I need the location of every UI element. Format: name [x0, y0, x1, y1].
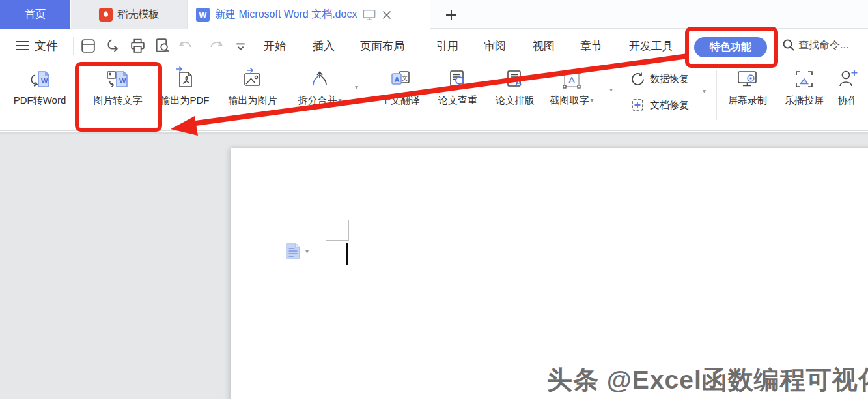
svg-text:W: W	[119, 77, 126, 85]
find-command-placeholder: 查找命令...	[798, 38, 848, 52]
pdf-to-word-icon: W	[27, 66, 53, 93]
search-icon	[781, 38, 796, 52]
tab-document[interactable]: W 新建 Microsoft Word 文档.docx	[187, 0, 430, 29]
dropdown-icon: ▾	[305, 248, 309, 255]
svg-text:A: A	[515, 77, 522, 87]
ribbon-screenshot-ocr[interactable]: A 截图取字▾	[542, 66, 602, 126]
ribbon-doc-repair[interactable]: 文档修复	[630, 98, 689, 113]
ribbon-data-recovery[interactable]: 数据恢复	[630, 72, 689, 87]
ribbon-label: 拆分合并	[298, 95, 337, 107]
ribbon-paper-check[interactable]: 论文查重	[428, 66, 487, 126]
ribbon-paper-format[interactable]: A 论文排版	[486, 66, 544, 126]
ribbon-split-merge[interactable]: 拆分合并▾	[289, 66, 350, 126]
tab-home-label: 首页	[25, 8, 46, 22]
split-merge-icon	[307, 66, 333, 93]
file-menu-button[interactable]: 文件	[16, 38, 58, 53]
screenshot-ocr-icon: A	[559, 66, 585, 93]
paste-options-button[interactable]: ▾	[284, 241, 309, 261]
ribbon-export-image[interactable]: 输出为图片	[218, 66, 287, 126]
ribbon-separator	[716, 70, 717, 120]
menu-tab-featured-functions[interactable]: 特色功能	[694, 37, 767, 57]
ribbon-export-pdf[interactable]: 输出为PDF	[150, 66, 219, 126]
paper-check-icon	[445, 66, 471, 93]
print-icon[interactable]	[129, 37, 147, 55]
svg-text:W: W	[41, 77, 48, 85]
featured-functions-label: 特色功能	[710, 40, 751, 54]
collaborate-icon	[835, 66, 861, 93]
tab-document-title: 新建 Microsoft Word 文档.docx	[215, 8, 357, 22]
ribbon-pdf-to-word[interactable]: W PDF转Word	[5, 66, 74, 126]
export-icon[interactable]	[104, 37, 122, 55]
menu-tab-page-layout[interactable]: 页面布局	[360, 38, 404, 53]
tab-docer-templates[interactable]: 稻壳模板	[71, 0, 187, 29]
workspace-top-band	[0, 132, 868, 134]
ribbon-toolbar: W PDF转Word W 图片转文字 输出为PDF	[0, 63, 868, 131]
docer-flame-icon	[99, 8, 113, 22]
group-dropdown-icon[interactable]: ▾	[609, 86, 613, 93]
group-dropdown-icon[interactable]: ▾	[355, 83, 358, 91]
dropdown-icon: ▾	[338, 96, 341, 104]
svg-text:A: A	[568, 74, 575, 85]
doc-repair-icon	[630, 98, 645, 113]
ribbon-label: 乐播投屏	[785, 95, 824, 107]
margin-corner-mark	[326, 240, 349, 241]
find-command-search[interactable]: 查找命令...	[781, 38, 848, 52]
customize-toolbar-icon[interactable]	[232, 37, 249, 55]
ribbon-label: 论文排版	[496, 95, 535, 107]
window-tab-bar: 首页 稻壳模板 W 新建 Microsoft Word 文档.docx	[0, 0, 868, 29]
menu-tab-dev-tools[interactable]: 开发工具	[629, 38, 673, 53]
group-dropdown-icon[interactable]: ▾	[703, 87, 706, 95]
paper-format-icon: A	[502, 66, 528, 93]
ribbon-label: 输出为图片	[229, 95, 277, 107]
ribbon-image-to-text[interactable]: W 图片转文字	[83, 66, 152, 126]
image-to-text-icon: W	[105, 66, 131, 93]
ribbon-label: 屏幕录制	[728, 95, 767, 107]
margin-corner-mark	[348, 220, 349, 241]
menu-tab-insert[interactable]: 插入	[313, 38, 335, 53]
ribbon-separator	[624, 70, 624, 120]
print-preview-icon[interactable]	[154, 37, 171, 55]
ribbon-collaborate[interactable]: 协作	[828, 66, 867, 126]
watermark-text: 头条 @Excel函数编程可视化	[547, 362, 863, 398]
menu-tab-references[interactable]: 引用	[436, 38, 458, 53]
ribbon-separator	[369, 70, 369, 120]
menu-tab-section[interactable]: 章节	[580, 38, 602, 53]
menu-tab-view[interactable]: 视图	[533, 38, 555, 53]
new-tab-button[interactable]	[443, 7, 460, 23]
undo-icon[interactable]	[177, 37, 195, 55]
hamburger-icon	[16, 40, 29, 51]
ribbon-label: PDF转Word	[14, 95, 66, 107]
menu-bar: 文件 ▾ 开始 插入 页面布局 引用 审阅 视图 章节 开发工具 特色功能 查找…	[0, 29, 868, 63]
tab-docer-label: 稻壳模板	[118, 8, 160, 22]
dropdown-icon: ▾	[590, 96, 593, 104]
redo-icon[interactable]	[207, 37, 225, 55]
menu-tab-review[interactable]: 审阅	[484, 38, 506, 53]
svg-text:文: 文	[402, 75, 408, 81]
ribbon-full-translate[interactable]: 文 A 全文翻译	[371, 66, 430, 126]
tab-home[interactable]: 首页	[0, 0, 70, 29]
ribbon-label: 图片转文字	[94, 95, 143, 107]
paste-options-icon	[284, 241, 302, 261]
divider	[73, 37, 74, 55]
ribbon-screen-record[interactable]: 屏幕录制	[718, 66, 777, 126]
menu-tab-home[interactable]: 开始	[264, 38, 286, 53]
cast-screen-icon	[791, 66, 817, 93]
text-cursor-caret	[346, 243, 348, 265]
close-tab-icon[interactable]	[382, 10, 392, 20]
document-page[interactable]	[231, 148, 868, 399]
ribbon-label: 数据恢复	[650, 73, 689, 85]
data-recovery-icon	[630, 72, 645, 87]
document-workspace	[0, 132, 868, 399]
ribbon-label: 输出为PDF	[161, 95, 210, 107]
ribbon-cast-screen[interactable]: 乐播投屏	[775, 66, 833, 126]
ribbon-label: 论文查重	[438, 95, 477, 107]
screen-record-icon	[735, 66, 761, 93]
export-pdf-icon	[172, 66, 198, 93]
svg-text:A: A	[395, 76, 400, 83]
save-icon[interactable]	[79, 37, 97, 55]
ribbon-label: 全文翻译	[381, 95, 420, 107]
share-to-screen-icon[interactable]	[362, 8, 376, 22]
ribbon-label: 文档修复	[650, 99, 689, 111]
translate-icon: 文 A	[387, 66, 413, 93]
file-menu-label: 文件	[35, 38, 58, 53]
